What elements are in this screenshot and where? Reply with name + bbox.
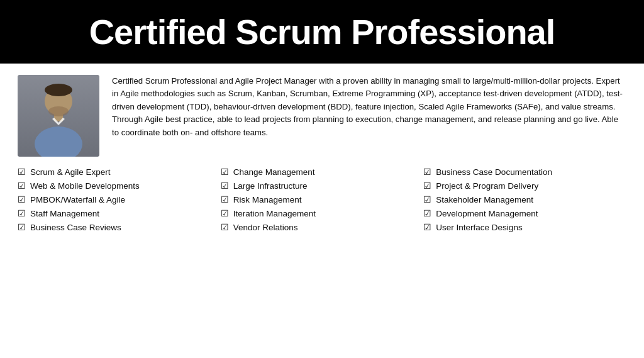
list-item: ☑ Stakeholder Management <box>423 194 626 204</box>
skill-label: Stakeholder Management <box>436 195 533 204</box>
check-icon: ☑ <box>423 194 431 204</box>
skill-label: User Interface Designs <box>436 223 522 232</box>
list-item: ☑ Vendor Relations <box>221 222 424 232</box>
skill-label: Change Management <box>233 167 315 177</box>
skills-column-2: ☑ Change Management ☑ Large Infrastructu… <box>221 167 424 232</box>
skills-column-1: ☑ Scrum & Agile Expert ☑ Web & Mobile De… <box>18 167 221 232</box>
list-item: ☑ Scrum & Agile Expert <box>18 167 221 177</box>
check-icon: ☑ <box>423 167 431 177</box>
skill-label: Large Infrastructure <box>233 181 308 191</box>
check-icon: ☑ <box>423 181 431 191</box>
list-item: ☑ PMBOK/Waterfall & Agile <box>18 194 221 204</box>
skill-label: Web & Mobile Developments <box>30 181 140 191</box>
skill-label: Staff Management <box>30 209 99 218</box>
skill-label: Iteration Management <box>233 209 316 218</box>
list-item: ☑ User Interface Designs <box>423 222 626 232</box>
check-icon: ☑ <box>18 167 26 177</box>
list-item: ☑ Project & Program Delivery <box>423 181 626 191</box>
check-icon: ☑ <box>221 208 229 218</box>
list-item: ☑ Staff Management <box>18 208 221 218</box>
page-title: Certified Scrum Professional <box>89 11 555 52</box>
bio-text: Certified Scrum Professional and Agile P… <box>112 75 626 139</box>
check-icon: ☑ <box>221 222 229 232</box>
check-icon: ☑ <box>423 208 431 218</box>
list-item: ☑ Risk Management <box>221 194 424 204</box>
svg-point-5 <box>48 106 69 116</box>
check-icon: ☑ <box>18 194 26 204</box>
skill-label: PMBOK/Waterfall & Agile <box>30 195 125 204</box>
header-section: Certified Scrum Professional <box>0 0 644 64</box>
list-item: ☑ Change Management <box>221 167 424 177</box>
profile-row: Certified Scrum Professional and Agile P… <box>18 75 626 157</box>
skill-label: Business Case Reviews <box>30 223 121 232</box>
check-icon: ☑ <box>221 181 229 191</box>
list-item: ☑ Iteration Management <box>221 208 424 218</box>
skill-label: Risk Management <box>233 195 302 204</box>
skills-grid: ☑ Scrum & Agile Expert ☑ Web & Mobile De… <box>18 167 626 232</box>
check-icon: ☑ <box>221 194 229 204</box>
skill-label: Vendor Relations <box>233 223 298 232</box>
skill-label: Project & Program Delivery <box>436 181 538 191</box>
check-icon: ☑ <box>18 222 26 232</box>
check-icon: ☑ <box>18 181 26 191</box>
check-icon: ☑ <box>18 208 26 218</box>
list-item: ☑ Web & Mobile Developments <box>18 181 221 191</box>
list-item: ☑ Business Case Documentation <box>423 167 626 177</box>
list-item: ☑ Large Infrastructure <box>221 181 424 191</box>
skill-label: Development Management <box>436 209 538 218</box>
list-item: ☑ Business Case Reviews <box>18 222 221 232</box>
check-icon: ☑ <box>423 222 431 232</box>
avatar <box>18 75 99 157</box>
skill-label: Scrum & Agile Expert <box>30 167 111 177</box>
skills-column-3: ☑ Business Case Documentation ☑ Project … <box>423 167 626 232</box>
svg-point-6 <box>45 84 72 96</box>
content-section: Certified Scrum Professional and Agile P… <box>0 64 644 358</box>
check-icon: ☑ <box>221 167 229 177</box>
list-item: ☑ Development Management <box>423 208 626 218</box>
skill-label: Business Case Documentation <box>436 167 552 177</box>
